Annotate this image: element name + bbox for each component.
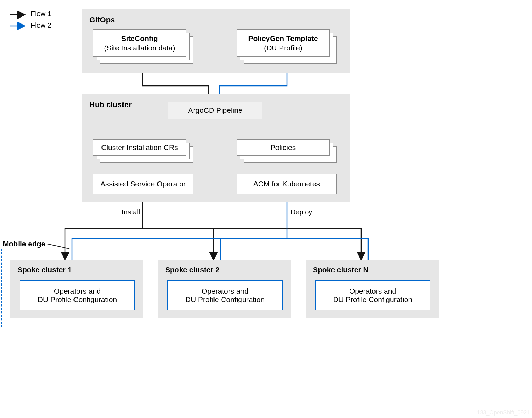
spoke-n-line1: Operators and bbox=[349, 287, 396, 295]
legend-flow2: Flow 2 bbox=[10, 21, 51, 29]
spoke-n-inner: Operators and DU Profile Configuration bbox=[315, 280, 430, 310]
spoke-2-inner: Operators and DU Profile Configuration bbox=[167, 280, 283, 310]
legend-flow2-label: Flow 2 bbox=[31, 21, 51, 29]
siteconfig-card: SiteConfig (Site Installation data) bbox=[93, 29, 186, 57]
spoke-2-line1: Operators and bbox=[202, 287, 248, 295]
cluster-crs-label: Cluster Installation CRs bbox=[101, 143, 178, 152]
hub-title: Hub cluster bbox=[89, 100, 132, 109]
legend: Flow 1 Flow 2 bbox=[10, 10, 51, 33]
cluster-crs-card: Cluster Installation CRs bbox=[93, 139, 186, 156]
mobile-edge-label: Mobile edge bbox=[3, 240, 45, 248]
acm-label: ACM for Kubernetes bbox=[253, 180, 320, 188]
legend-flow1: Flow 1 bbox=[10, 10, 51, 18]
spoke-2-title: Spoke cluster 2 bbox=[165, 266, 219, 274]
policygen-card: PolicyGen Template (DU Profile) bbox=[237, 29, 330, 57]
policies-label: Policies bbox=[271, 143, 296, 152]
install-label: Install bbox=[122, 208, 140, 216]
deploy-label: Deploy bbox=[290, 208, 312, 216]
argocd-box: ArgoCD Pipeline bbox=[168, 102, 262, 119]
spoke-2-line2: DU Profile Configuration bbox=[186, 295, 265, 304]
assisted-box: Assisted Service Operator bbox=[93, 174, 193, 194]
legend-flow1-label: Flow 1 bbox=[31, 10, 51, 18]
acm-box: ACM for Kubernetes bbox=[237, 174, 337, 194]
spoke-1-title: Spoke cluster 1 bbox=[18, 266, 72, 274]
spoke-1-inner: Operators and DU Profile Configuration bbox=[20, 280, 135, 310]
spoke-1-line2: DU Profile Configuration bbox=[38, 295, 117, 304]
policygen-title: PolicyGen Template bbox=[248, 34, 318, 43]
watermark: 183_OpenShift_0921 bbox=[477, 410, 530, 416]
gitops-title: GitOps bbox=[89, 15, 115, 25]
siteconfig-sub: (Site Installation data) bbox=[104, 43, 175, 53]
argocd-label: ArgoCD Pipeline bbox=[188, 106, 242, 115]
policies-card: Policies bbox=[237, 139, 330, 156]
spoke-n-line2: DU Profile Configuration bbox=[333, 295, 412, 304]
assisted-label: Assisted Service Operator bbox=[100, 180, 186, 188]
siteconfig-title: SiteConfig bbox=[121, 34, 158, 43]
spoke-n-title: Spoke cluster N bbox=[313, 266, 369, 274]
policygen-sub: (DU Profile) bbox=[264, 43, 302, 53]
spoke-1-line1: Operators and bbox=[54, 287, 101, 295]
